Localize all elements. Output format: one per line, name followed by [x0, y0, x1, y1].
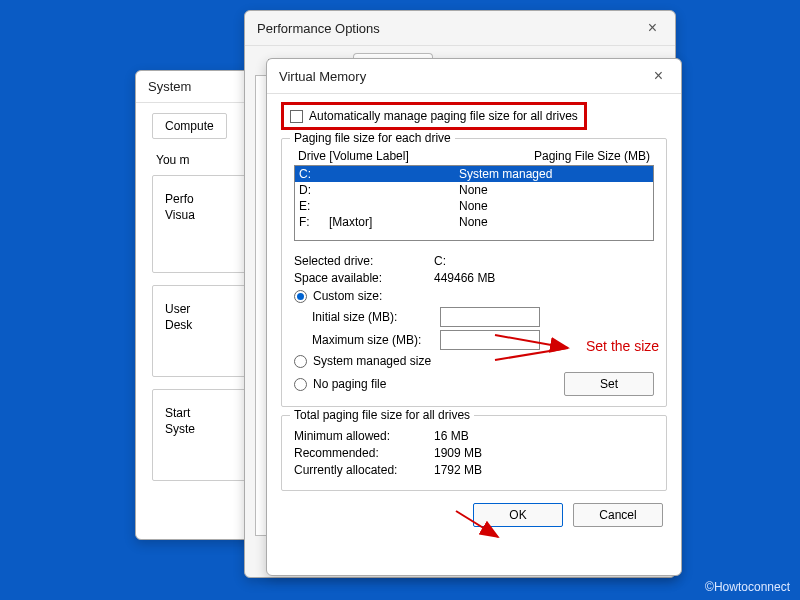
space-available-row: Space available: 449466 MB: [294, 271, 654, 285]
groupbox-legend: Paging file size for each drive: [290, 131, 455, 145]
custom-size-radio[interactable]: Custom size:: [294, 289, 654, 303]
virtual-memory-dialog: Virtual Memory × Automatically manage pa…: [266, 58, 682, 576]
drive-row[interactable]: C: System managed: [295, 166, 653, 182]
dialog-buttons: OK Cancel: [281, 491, 667, 527]
selected-drive-row: Selected drive: C:: [294, 254, 654, 268]
groupbox-legend: Total paging file size for all drives: [290, 408, 474, 422]
cancel-button[interactable]: Cancel: [573, 503, 663, 527]
radio-icon: [294, 378, 307, 391]
initial-size-label: Initial size (MB):: [312, 310, 432, 324]
drive-list-header: Drive [Volume Label] Paging File Size (M…: [294, 149, 654, 165]
auto-manage-highlight: Automatically manage paging file size fo…: [281, 102, 587, 130]
window-title: Performance Options: [257, 21, 380, 36]
initial-size-input[interactable]: [440, 307, 540, 327]
watermark: ©Howtoconnect: [705, 580, 790, 594]
no-paging-radio[interactable]: No paging file: [294, 377, 386, 391]
groupbox-total-paging: Total paging file size for all drives Mi…: [281, 415, 667, 491]
system-managed-radio[interactable]: System managed size: [294, 354, 654, 368]
maximum-size-label: Maximum size (MB):: [312, 333, 432, 347]
drive-row[interactable]: D: None: [295, 182, 653, 198]
close-icon[interactable]: ×: [648, 67, 669, 85]
drive-list[interactable]: C: System managed D: None E: None F: [Ma…: [294, 165, 654, 241]
maximum-size-input[interactable]: [440, 330, 540, 350]
tab-computer[interactable]: Compute: [152, 113, 227, 139]
window-title: System: [148, 79, 191, 94]
window-title: Virtual Memory: [279, 69, 366, 84]
ok-button[interactable]: OK: [473, 503, 563, 527]
close-icon[interactable]: ×: [642, 19, 663, 37]
titlebar: Virtual Memory ×: [267, 59, 681, 94]
auto-manage-label: Automatically manage paging file size fo…: [309, 109, 578, 123]
titlebar: Performance Options ×: [245, 11, 675, 46]
drive-row[interactable]: E: None: [295, 198, 653, 214]
drive-row[interactable]: F: [Maxtor] None: [295, 214, 653, 230]
groupbox-paging-each-drive: Paging file size for each drive Drive [V…: [281, 138, 667, 407]
radio-icon: [294, 355, 307, 368]
set-button[interactable]: Set: [564, 372, 654, 396]
annotation-text: Set the size: [586, 338, 659, 354]
radio-icon: [294, 290, 307, 303]
auto-manage-checkbox[interactable]: [290, 110, 303, 123]
